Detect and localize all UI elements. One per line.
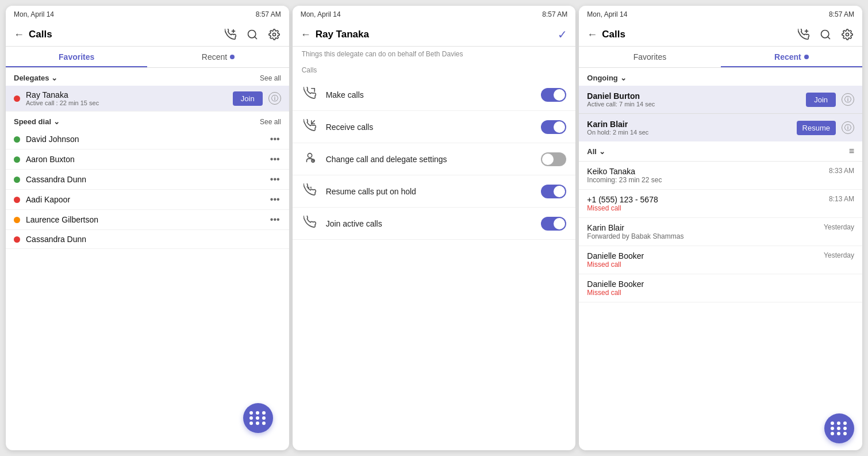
make-calls-icon [302,87,318,102]
left-date: Mon, April 14 [14,10,54,18]
ongoing-title[interactable]: Ongoing ⌄ [587,74,626,82]
all-filter-label[interactable]: All ⌄ [587,147,605,156]
middle-status-bar: Mon, April 14 8:57 AM [293,6,576,23]
middle-back-button[interactable]: ← [301,29,311,41]
aadi-kapoor-more-icon[interactable]: ••• [269,194,281,205]
david-johnson-more-icon[interactable]: ••• [269,134,281,144]
resume-calls-toggle[interactable] [541,185,566,198]
aaron-buxton-more-icon[interactable]: ••• [269,154,281,164]
right-screen: Mon, April 14 8:57 AM ← Calls [579,6,862,450]
ray-tanaka-info-icon[interactable]: ⓘ [268,92,281,105]
aadi-kapoor-dot [14,197,20,203]
make-calls-toggle[interactable] [541,88,566,102]
danielle-booker-1-name: Danielle Booker [587,251,819,260]
aadi-kapoor-name: Aadi Kapoor [26,195,263,204]
list-item-aaron-buxton[interactable]: Aaron Buxton ••• [6,150,289,170]
delegate-ray-tanaka[interactable]: Ray Tanaka Active call : 22 min 15 sec J… [6,86,289,112]
right-search-icon[interactable] [819,28,832,41]
danielle-booker-1-missed: Missed call [587,260,819,269]
danielle-booker-2-info: Danielle Booker Missed call [587,279,850,297]
daniel-burton-join-btn[interactable]: Join [806,93,836,107]
list-item-aadi-kapoor[interactable]: Aadi Kapoor ••• [6,190,289,210]
recent-phone-number[interactable]: +1 (555) 123 - 5678 Missed call 8:13 AM [579,190,862,218]
laurence-gilbertson-dot [14,217,20,223]
speed-dial-title[interactable]: Speed dial ⌄ [14,117,60,126]
middle-header-title: Ray Tanaka [316,29,554,40]
daniel-burton-info: Daniel Burton Active call: 7 min 14 sec [587,91,800,108]
ray-tanaka-name: Ray Tanaka [26,90,227,99]
list-item-cassandra-dunn-2[interactable]: Cassandra Dunn [6,230,289,249]
left-search-icon[interactable] [245,28,259,41]
keiko-tanaka-time: 8:33 AM [829,167,854,175]
left-fab-button[interactable] [243,403,273,433]
join-calls-toggle[interactable] [541,217,566,231]
filter-icon[interactable]: ≡ [849,146,854,156]
danielle-booker-2-name: Danielle Booker [587,279,850,289]
david-johnson-name: David Johnson [26,135,263,144]
tab-favorites-right[interactable]: Favorites [579,47,720,67]
tab-recent-left-label: Recent [202,52,227,62]
delegate-settings-icon [302,151,318,167]
permissions-list: Make calls Receive calls [293,79,576,240]
ray-tanaka-status-dot [14,95,20,102]
ongoing-section: Daniel Burton Active call: 7 min 14 sec … [579,86,862,141]
recent-dot-left [230,55,235,59]
recent-danielle-booker-1[interactable]: Danielle Booker Missed call Yesterday [579,246,862,274]
karin-blair-recent-name: Karin Blair [587,223,819,232]
right-time: 8:57 AM [829,10,854,18]
middle-date: Mon, April 14 [301,10,341,18]
list-item-laurence-gilbertson[interactable]: Laurence Gilbertson ••• [6,210,289,230]
resume-calls-label: Resume calls put on hold [326,187,533,196]
delegates-see-all[interactable]: See all [260,74,281,82]
delegate-settings-toggle[interactable] [541,152,566,166]
cassandra-dunn-1-info: Cassandra Dunn [26,175,263,184]
karin-blair-info: Karin Blair On hold: 2 min 14 sec [587,120,790,136]
middle-check-icon[interactable]: ✓ [558,28,567,41]
left-call-icon[interactable] [224,28,237,41]
make-calls-label: Make calls [326,90,533,99]
aaron-buxton-info: Aaron Buxton [26,155,263,164]
delegates-title[interactable]: Delegates ⌄ [14,74,57,82]
right-back-button[interactable]: ← [587,29,597,41]
left-back-button[interactable]: ← [14,29,24,41]
david-johnson-info: David Johnson [26,135,263,144]
recent-keiko-tanaka[interactable]: Keiko Tanaka Incoming: 23 min 22 sec 8:3… [579,162,862,190]
all-filter-bar: All ⌄ ≡ [579,141,862,162]
karin-blair-name: Karin Blair [587,120,790,129]
permission-resume-calls: Resume calls put on hold [293,175,576,208]
right-header-title: Calls [602,29,792,40]
keiko-tanaka-info: Keiko Tanaka Incoming: 23 min 22 sec [587,167,824,184]
karin-blair-resume-btn[interactable]: Resume [797,121,836,135]
calls-section-label: Calls [293,64,576,79]
right-settings-icon[interactable] [840,28,854,41]
daniel-burton-name: Daniel Burton [587,91,800,101]
ongoing-section-header: Ongoing ⌄ [579,68,862,86]
tab-recent-left[interactable]: Recent [147,47,289,67]
join-calls-label: Join active calls [326,219,533,228]
recent-karin-blair[interactable]: Karin Blair Forwarded by Babak Shammas Y… [579,218,862,246]
svg-point-2 [272,33,275,36]
tab-favorites-left[interactable]: Favorites [6,47,147,67]
karin-blair-info-icon[interactable]: ⓘ [842,121,854,134]
tab-recent-right[interactable]: Recent [721,47,862,67]
delegate-settings-label: Change call and delegate settings [326,155,533,164]
ray-tanaka-join-btn[interactable]: Join [233,91,263,106]
right-fab-button[interactable] [824,413,854,443]
right-call-icon[interactable] [797,28,811,41]
recent-danielle-booker-2[interactable]: Danielle Booker Missed call [579,274,862,302]
receive-calls-toggle[interactable] [541,120,566,134]
cassandra-dunn-2-name: Cassandra Dunn [26,235,281,244]
left-header-icons [224,28,281,41]
cassandra-dunn-2-dot [14,236,20,243]
speed-dial-see-all[interactable]: See all [260,118,281,126]
ongoing-chevron-icon: ⌄ [620,74,627,82]
keiko-tanaka-sub: Incoming: 23 min 22 sec [587,176,824,184]
cassandra-dunn-1-more-icon[interactable]: ••• [269,174,281,185]
list-item-cassandra-dunn-1[interactable]: Cassandra Dunn ••• [6,170,289,190]
daniel-burton-info-icon[interactable]: ⓘ [842,93,854,106]
aaron-buxton-name: Aaron Buxton [26,155,263,164]
laurence-gilbertson-more-icon[interactable]: ••• [269,214,281,225]
list-item-david-johnson[interactable]: David Johnson ••• [6,129,289,150]
left-content: Delegates ⌄ See all Ray Tanaka Active ca… [6,68,289,409]
left-settings-icon[interactable] [267,28,281,41]
